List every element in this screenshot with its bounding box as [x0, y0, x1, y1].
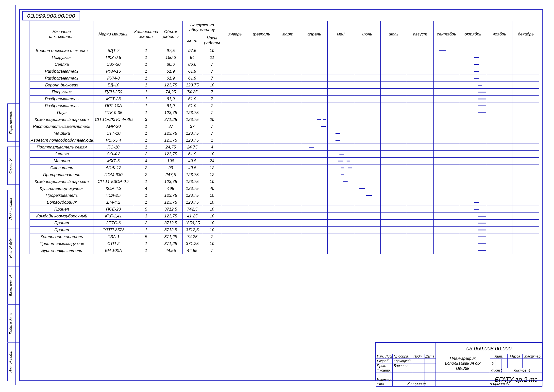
cell-month — [380, 164, 407, 171]
cell-month — [460, 213, 486, 220]
cell-value: РУМ-16 — [94, 68, 133, 75]
cell-month — [275, 213, 301, 220]
cell-value: 1 — [133, 130, 159, 137]
cell-month — [486, 89, 513, 96]
table-row: Прицеп2ПТС-623712,51856,2510 — [30, 220, 539, 227]
cell-value: 3712,5 — [183, 227, 202, 233]
col-month: июнь — [354, 21, 380, 47]
cell-name: Разбрасыватель — [30, 68, 94, 75]
cell-value: 10 — [202, 206, 222, 213]
cell-month — [433, 82, 460, 89]
tb-scale-val: – — [522, 359, 542, 368]
cell-month — [248, 220, 275, 227]
cell-value: 1856,25 — [183, 220, 202, 227]
cell-month — [275, 47, 301, 54]
cell-month — [460, 75, 486, 82]
cell-month — [248, 96, 275, 102]
cell-month — [486, 247, 513, 254]
cell-value: 3712,5 — [159, 220, 183, 227]
cell-month — [433, 116, 460, 123]
cell-month — [513, 220, 539, 227]
cell-month — [301, 158, 327, 164]
cell-value: ПТК-9-35 — [94, 109, 133, 116]
table-row: ПрореживательПСА-2,71123,75123,7510 — [30, 192, 539, 199]
cell-value: 61,9 — [159, 102, 183, 109]
cell-month — [380, 206, 407, 213]
cell-month — [407, 54, 433, 61]
cell-month — [354, 102, 380, 109]
cell-month — [486, 151, 513, 158]
cell-month — [486, 220, 513, 227]
cell-month — [380, 96, 407, 102]
cell-month — [380, 151, 407, 158]
cell-month — [433, 171, 460, 178]
cell-month — [248, 89, 275, 96]
cell-value: 3712,5 — [159, 227, 183, 233]
cell-value: 123,75 — [183, 185, 202, 192]
side-label: Перв. примен. — [7, 103, 19, 142]
cell-value: 61,9 — [159, 68, 183, 75]
cell-month — [328, 137, 354, 144]
cell-month — [460, 61, 486, 68]
cell-month — [328, 220, 354, 227]
cell-value: 7 — [202, 61, 222, 68]
cell-month — [248, 185, 275, 192]
cell-month — [513, 164, 539, 171]
cell-value: 1 — [133, 247, 159, 254]
col-month: ноябрь — [486, 21, 513, 47]
cell-month — [380, 240, 407, 247]
cell-month — [328, 247, 354, 254]
cell-value: 5 — [133, 233, 159, 240]
cell-value: 54 — [183, 54, 202, 61]
table-row: Протравливатель семянПС-10124,7524,754 — [30, 144, 539, 151]
cell-month — [301, 96, 327, 102]
cell-month — [301, 109, 327, 116]
cell-month — [407, 199, 433, 206]
cell-month — [354, 96, 380, 102]
cell-month — [486, 178, 513, 185]
cell-name: Агрегат почвообрабатывающий — [30, 137, 94, 144]
cell-month — [460, 116, 486, 123]
cell-value: 61,9 — [159, 96, 183, 102]
cell-month — [433, 151, 460, 158]
cell-month — [433, 89, 460, 96]
cell-name: Комбинированный агрегат — [30, 116, 94, 123]
cell-month — [433, 192, 460, 199]
cell-month — [486, 192, 513, 199]
cell-value: 123,75 — [159, 213, 183, 220]
cell-month — [328, 109, 354, 116]
table-row: ПогрузчикПДН-250174,2574,257 — [30, 89, 539, 96]
cell-name: Плуг — [30, 109, 94, 116]
cell-value: 123,75 — [183, 192, 202, 199]
table-row: Борона дисковая тяжелаяБДТ-7197,597,510 — [30, 47, 539, 54]
cell-value: 10 — [202, 240, 222, 247]
col-load: Нагрузка на одну машину — [183, 21, 222, 34]
cell-value: ККГ-1,41 — [94, 213, 133, 220]
cell-month — [301, 192, 327, 199]
cell-value: 3 — [133, 213, 159, 220]
cell-value: БН-100А — [94, 247, 133, 254]
cell-value: 123,75 — [183, 199, 202, 206]
cell-value: 61,9 — [183, 102, 202, 109]
gantt-bar — [338, 161, 343, 161]
table-row: ПрицепОЗТП-857313712,53712,510 — [30, 227, 539, 233]
cell-value: ОЗТП-8573 — [94, 227, 133, 233]
gantt-bar — [478, 105, 486, 106]
cell-month — [354, 192, 380, 199]
cell-month — [222, 220, 248, 227]
cell-name: Протравливатель семян — [30, 144, 94, 151]
cell-month — [354, 75, 380, 82]
cell-month — [513, 47, 539, 54]
cell-value: 1 — [133, 144, 159, 151]
cell-value: 1 — [133, 123, 159, 130]
cell-month — [354, 171, 380, 178]
cell-month — [275, 137, 301, 144]
cell-month — [486, 96, 513, 102]
cell-month — [301, 247, 327, 254]
cell-name: Разбрасыватель — [30, 96, 94, 102]
gantt-bar — [439, 50, 446, 51]
cell-value: 10 — [202, 82, 222, 89]
tb-head: № докум. — [393, 354, 412, 359]
tb-role: Н.контр. — [376, 377, 393, 382]
cell-month — [380, 109, 407, 116]
